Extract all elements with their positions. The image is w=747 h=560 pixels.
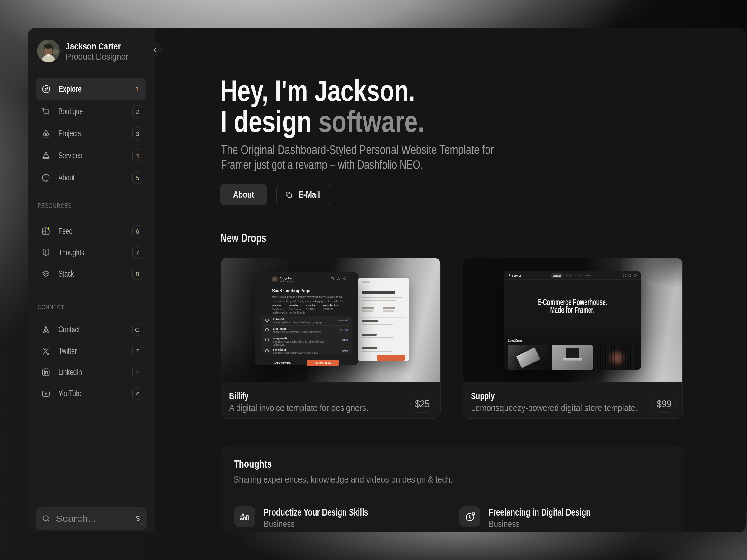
- svg-text:12: 12: [471, 511, 475, 515]
